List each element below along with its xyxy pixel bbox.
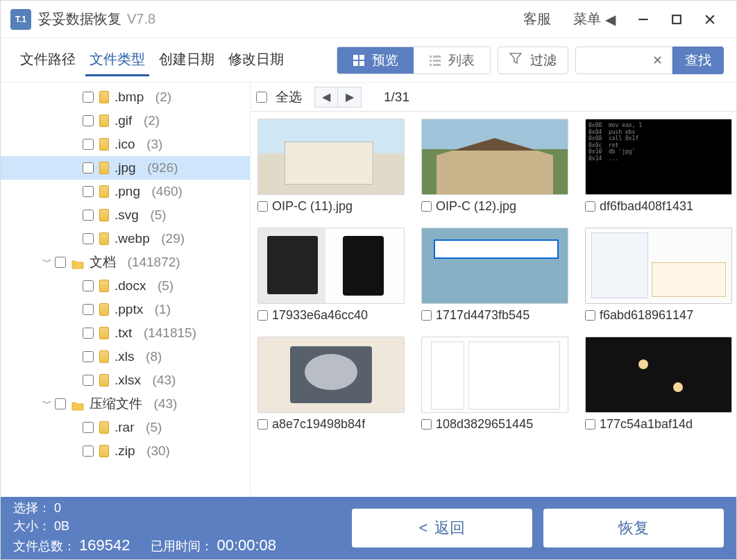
tree-item[interactable]: .webp (29) (1, 227, 250, 251)
thumbnail[interactable] (585, 228, 732, 304)
clear-search-icon[interactable]: ✕ (651, 53, 664, 68)
file-checkbox[interactable] (585, 419, 595, 430)
tree-item[interactable]: .bmp (2) (1, 85, 250, 109)
tree-checkbox[interactable] (83, 186, 94, 197)
tree-item[interactable]: .xls (8) (1, 345, 250, 368)
file-card[interactable]: 108d3829651445 (421, 337, 568, 432)
file-icon (99, 162, 109, 174)
tree-checkbox[interactable] (55, 257, 66, 268)
tree-checkbox[interactable] (83, 92, 94, 103)
thumbnail[interactable]: 0x00 mov eax, 1 0x04 push ebx 0x08 call … (585, 119, 732, 195)
tree-folder[interactable]: ﹀压缩文件 (43) (1, 392, 250, 416)
file-checkbox[interactable] (421, 419, 432, 430)
sidebar-tree[interactable]: .bmp (2).gif (2).ico (3).jpg (926).png (… (1, 83, 251, 497)
maximize-button[interactable] (660, 6, 693, 33)
folder-icon (71, 257, 84, 267)
close-button[interactable] (693, 6, 727, 33)
svg-rect-8 (430, 56, 432, 58)
search-button[interactable]: 查找 (672, 46, 724, 74)
tree-checkbox[interactable] (83, 233, 94, 244)
tree-item[interactable]: .ico (3) (1, 133, 250, 156)
tree-item[interactable]: .xlsx (43) (1, 368, 250, 392)
tree-item[interactable]: .zip (30) (1, 439, 250, 463)
search-input[interactable] (582, 54, 651, 67)
page-prev-button[interactable]: ◀ (314, 87, 338, 108)
minimize-button[interactable] (627, 6, 660, 33)
view-preview-button[interactable]: 预览 (337, 47, 414, 74)
chevron-down-icon[interactable]: ﹀ (42, 398, 55, 410)
thumbnail[interactable] (585, 337, 732, 413)
tree-item[interactable]: .rar (5) (1, 416, 250, 439)
file-card[interactable]: 177c54a1baf14d (585, 337, 732, 432)
file-card[interactable]: OIP-C (11).jpg (257, 119, 405, 214)
file-card[interactable]: OIP-C (12).jpg (421, 119, 568, 214)
tree-count: (3) (139, 137, 163, 152)
tree-checkbox[interactable] (83, 375, 94, 386)
file-checkbox[interactable] (585, 310, 595, 321)
file-card[interactable]: 1717d4473fb545 (421, 228, 568, 323)
thumbnail[interactable] (421, 337, 568, 413)
file-card[interactable]: a8e7c19498b84f (257, 337, 405, 432)
tree-checkbox[interactable] (83, 115, 94, 126)
filter-label: 过滤 (530, 51, 557, 69)
tree-item[interactable]: .gif (2) (1, 109, 250, 133)
tree-item[interactable]: .svg (5) (1, 203, 250, 227)
file-checkbox[interactable] (421, 201, 432, 212)
tree-checkbox[interactable] (83, 139, 94, 150)
thumbnail[interactable] (257, 337, 405, 413)
file-checkbox[interactable] (257, 419, 268, 430)
back-button[interactable]: < 返回 (352, 509, 532, 548)
file-card[interactable]: 17933e6a46cc40 (257, 228, 405, 323)
app-name: 妥妥数据恢复 (38, 10, 121, 28)
file-checkbox[interactable] (585, 201, 595, 212)
tree-checkbox[interactable] (83, 280, 94, 291)
tree-item[interactable]: .pptx (1) (1, 298, 250, 321)
chevron-down-icon[interactable]: ﹀ (42, 256, 55, 269)
thumbnail[interactable] (257, 119, 405, 195)
tree-checkbox[interactable] (83, 210, 94, 221)
recover-button[interactable]: 恢复 (543, 509, 724, 548)
svg-rect-9 (433, 56, 441, 58)
tree-checkbox[interactable] (83, 351, 94, 362)
tab-created-date[interactable]: 创建日期 (155, 44, 219, 76)
tree-item[interactable]: .png (460) (1, 180, 250, 203)
thumbnail[interactable] (421, 119, 568, 195)
thumbnail[interactable] (421, 228, 568, 304)
total-label: 文件总数： (13, 539, 76, 553)
file-card[interactable]: f6abd618961147 (585, 228, 732, 323)
file-checkbox[interactable] (257, 201, 268, 212)
view-list-button[interactable]: 列表 (414, 47, 490, 74)
tree-checkbox[interactable] (83, 162, 94, 173)
tree-item[interactable]: .jpg (926) (1, 156, 250, 180)
tab-modified-date[interactable]: 修改日期 (224, 44, 288, 76)
tree-checkbox[interactable] (83, 304, 94, 315)
thumbnail-grid[interactable]: OIP-C (11).jpgOIP-C (12).jpg0x00 mov eax… (251, 112, 736, 497)
tab-file-type[interactable]: 文件类型 (85, 44, 149, 76)
page-next-button[interactable]: ▶ (338, 87, 362, 108)
menu-button[interactable]: 菜单 ◀ (562, 10, 627, 28)
tree-checkbox[interactable] (55, 398, 66, 409)
file-name: OIP-C (11).jpg (272, 199, 353, 214)
file-checkbox[interactable] (257, 310, 268, 321)
tree-checkbox[interactable] (83, 446, 94, 457)
tree-label: .pptx (115, 302, 143, 317)
support-button[interactable]: 客服 (512, 10, 562, 28)
tree-item[interactable]: .txt (141815) (1, 321, 250, 345)
selected-value: 0 (54, 501, 61, 515)
file-checkbox[interactable] (421, 310, 432, 321)
caption: 177c54a1baf14d (585, 417, 732, 432)
file-card[interactable]: 0x00 mov eax, 1 0x04 push ebx 0x08 call … (585, 119, 732, 214)
tree-item[interactable]: .docx (5) (1, 274, 250, 298)
thumbnail[interactable] (257, 228, 405, 304)
tab-file-path[interactable]: 文件路径 (16, 44, 80, 76)
tree-checkbox[interactable] (83, 422, 94, 433)
filter-button[interactable]: 过滤 (498, 46, 568, 74)
svg-rect-4 (353, 55, 358, 60)
tree-checkbox[interactable] (83, 328, 94, 339)
funnel-icon (509, 52, 522, 68)
tree-folder[interactable]: ﹀文档 (141872) (1, 251, 250, 274)
select-all-checkbox[interactable] (256, 92, 267, 103)
footer-stats: 选择： 0 大小： 0B 文件总数： 169542 已用时间： 00:00:08 (13, 500, 341, 556)
file-name: a8e7c19498b84f (272, 417, 365, 432)
tree-label: .zip (115, 443, 135, 459)
